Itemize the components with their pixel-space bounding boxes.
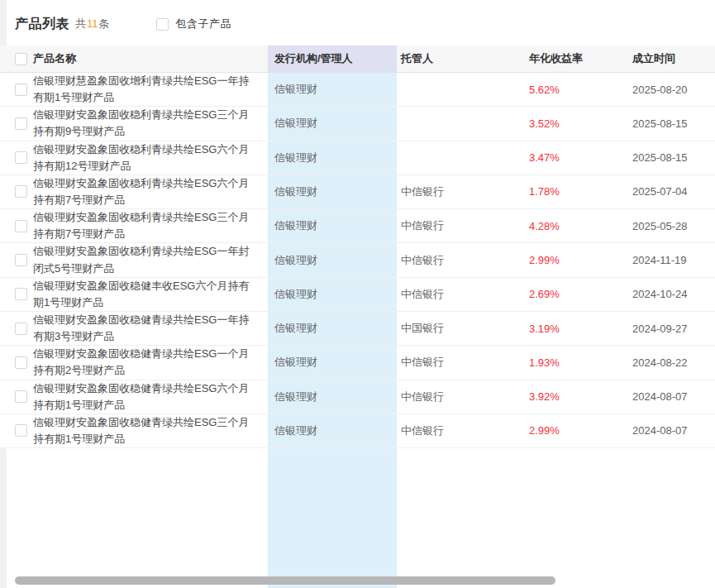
- row-checkbox[interactable]: [15, 185, 27, 198]
- table-row[interactable]: 信银理财安盈象固收稳利青绿共绘ESG三个月持有期7号理财产品 信银理财 中信银行…: [0, 209, 715, 243]
- product-name[interactable]: 信银理财安盈象固收稳健青绿共绘ESG一年持有期3号理财产品: [33, 312, 256, 345]
- count-prefix: 共: [75, 17, 86, 30]
- issuer-cell: 信银理财: [268, 209, 397, 242]
- established-date: 2025-08-20: [632, 84, 688, 96]
- custodian-cell: [397, 73, 519, 106]
- annualized-rate: 3.19%: [529, 323, 560, 335]
- annualized-rate: 3.47%: [529, 151, 560, 164]
- include-sub-checkbox[interactable]: [156, 18, 169, 31]
- product-list-page: 产品列表 共11条 包含子产品 产品名称 发行机构/管理人 托管人 年化收益率 …: [0, 0, 715, 588]
- row-check-cell: [15, 380, 33, 414]
- table-row[interactable]: 信银理财安盈象固收稳利青绿共绘ESG一年封闭式5号理财产品 信银理财 中信银行 …: [0, 243, 715, 277]
- row-checkbox[interactable]: [15, 288, 27, 300]
- product-name[interactable]: 信银理财安盈象固收稳利青绿共绘ESG三个月持有期9号理财产品: [33, 107, 256, 140]
- custodian-name: 中信银行: [401, 184, 444, 199]
- established-date: 2024-08-22: [632, 356, 688, 369]
- product-name[interactable]: 信银理财安盈象固收稳利青绿共绘ESG六个月持有期12号理财产品: [33, 141, 256, 174]
- issuer-cell: 信银理财: [268, 141, 397, 174]
- table-row[interactable]: 信银理财安盈象固收稳健丰收ESG六个月持有期1号理财产品 信银理财 中信银行 2…: [0, 278, 715, 312]
- horizontal-scrollbar-thumb[interactable]: [15, 576, 555, 585]
- row-checkbox[interactable]: [15, 151, 27, 164]
- product-name[interactable]: 信银理财安盈象固收稳健青绿共绘ESG三个月持有期1号理财产品: [33, 414, 256, 447]
- product-name[interactable]: 信银理财慧盈象固收增利青绿共绘ESG一年持有期1号理财产品: [33, 73, 256, 106]
- annualized-rate: 4.28%: [529, 220, 560, 232]
- table-row[interactable]: 信银理财安盈象固收稳健青绿共绘ESG一年持有期3号理财产品 信银理财 中国银行 …: [0, 312, 715, 346]
- custodian-cell: 中信银行: [397, 175, 519, 208]
- count-number: 11: [86, 17, 99, 30]
- row-check-cell: [15, 107, 33, 140]
- issuer-column-band: [268, 448, 397, 588]
- issuer-cell: 信银理财: [268, 73, 397, 106]
- table-row[interactable]: 信银理财安盈象固收稳利青绿共绘ESG六个月持有期7号理财产品 信银理财 中信银行…: [0, 175, 715, 209]
- table-row[interactable]: 信银理财安盈象固收稳健青绿共绘ESG六个月持有期1号理财产品 信银理财 中信银行…: [0, 380, 715, 414]
- product-name-cell: 信银理财安盈象固收稳利青绿共绘ESG一年封闭式5号理财产品: [33, 243, 268, 276]
- issuer-name: 信银理财: [274, 218, 317, 233]
- count-suffix: 条: [99, 17, 110, 30]
- rate-cell: 3.92%: [519, 380, 627, 414]
- select-all-checkbox[interactable]: [15, 53, 27, 65]
- product-name[interactable]: 信银理财安盈象固收稳利青绿共绘ESG六个月持有期7号理财产品: [33, 175, 256, 208]
- rate-cell: 2.99%: [519, 243, 627, 276]
- established-date: 2024-08-07: [632, 390, 688, 403]
- product-name-cell: 信银理财安盈象固收稳健丰收ESG六个月持有期1号理财产品: [33, 278, 268, 311]
- row-check-cell: [15, 209, 33, 242]
- row-checkbox[interactable]: [15, 84, 27, 96]
- issuer-name: 信银理财: [274, 253, 317, 268]
- row-checkbox[interactable]: [15, 117, 27, 130]
- annualized-rate: 2.69%: [529, 288, 560, 300]
- issuer-name: 信银理财: [274, 355, 317, 370]
- established-date: 2025-05-28: [632, 220, 688, 232]
- product-name[interactable]: 信银理财安盈象固收稳利青绿共绘ESG三个月持有期7号理财产品: [33, 209, 256, 242]
- issuer-name: 信银理财: [274, 184, 317, 199]
- row-check-cell: [15, 175, 33, 208]
- custodian-name: 中信银行: [401, 355, 444, 370]
- table-row[interactable]: 信银理财安盈象固收稳利青绿共绘ESG三个月持有期9号理财产品 信银理财 3.52…: [0, 107, 715, 141]
- row-checkbox[interactable]: [15, 254, 27, 266]
- product-name[interactable]: 信银理财安盈象固收稳健青绿共绘ESG六个月持有期1号理财产品: [33, 380, 256, 414]
- rate-cell: 2.99%: [519, 414, 627, 447]
- custodian-cell: 中国银行: [397, 312, 519, 345]
- date-cell: 2024-10-24: [627, 278, 715, 311]
- product-name-cell: 信银理财安盈象固收稳利青绿共绘ESG三个月持有期7号理财产品: [33, 209, 268, 242]
- row-check-cell: [15, 414, 33, 447]
- table-header-row: 产品名称 发行机构/管理人 托管人 年化收益率 成立时间: [0, 45, 715, 73]
- product-table: 产品名称 发行机构/管理人 托管人 年化收益率 成立时间 信银理财慧盈象固收增利…: [0, 45, 715, 588]
- date-cell: 2025-08-20: [627, 73, 715, 106]
- include-sub-products-toggle[interactable]: 包含子产品: [156, 17, 232, 31]
- col-header-issuer: 发行机构/管理人: [268, 45, 397, 72]
- row-checkbox[interactable]: [15, 220, 27, 232]
- table-row[interactable]: 信银理财慧盈象固收增利青绿共绘ESG一年持有期1号理财产品 信银理财 5.62%…: [0, 73, 715, 107]
- established-date: 2025-07-04: [632, 185, 688, 198]
- custodian-cell: 中信银行: [397, 380, 519, 414]
- col-header-annualized-rate: 年化收益率: [519, 51, 627, 66]
- issuer-name: 信银理财: [274, 287, 317, 302]
- date-cell: 2024-11-19: [627, 243, 715, 276]
- product-name[interactable]: 信银理财安盈象固收稳利青绿共绘ESG一年封闭式5号理财产品: [33, 243, 256, 276]
- col-header-custodian: 托管人: [397, 51, 519, 66]
- custodian-cell: [397, 107, 519, 140]
- row-check-cell: [15, 141, 33, 174]
- product-name[interactable]: 信银理财安盈象固收稳健丰收ESG六个月持有期1号理财产品: [33, 278, 256, 311]
- issuer-name: 信银理财: [274, 321, 317, 336]
- table-row[interactable]: 信银理财安盈象固收稳健青绿共绘ESG一个月持有期2号理财产品 信银理财 中信银行…: [0, 346, 715, 380]
- date-cell: 2025-08-15: [627, 107, 715, 140]
- established-date: 2025-08-15: [632, 117, 688, 130]
- header-check-cell: [15, 53, 33, 65]
- row-check-cell: [15, 243, 33, 276]
- row-checkbox[interactable]: [15, 356, 27, 369]
- table-row[interactable]: 信银理财安盈象固收稳利青绿共绘ESG六个月持有期12号理财产品 信银理财 3.4…: [0, 141, 715, 175]
- row-checkbox[interactable]: [15, 390, 27, 403]
- rate-cell: 1.78%: [519, 175, 627, 208]
- product-name-cell: 信银理财慧盈象固收增利青绿共绘ESG一年持有期1号理财产品: [33, 73, 268, 106]
- table-row[interactable]: 信银理财安盈象固收稳健青绿共绘ESG三个月持有期1号理财产品 信银理财 中信银行…: [0, 414, 715, 448]
- product-name-cell: 信银理财安盈象固收稳利青绿共绘ESG三个月持有期9号理财产品: [33, 107, 268, 140]
- issuer-cell: 信银理财: [268, 380, 397, 414]
- date-cell: 2025-07-04: [627, 175, 715, 208]
- rate-cell: 3.52%: [519, 107, 627, 140]
- custodian-name: 中国银行: [401, 321, 444, 336]
- row-checkbox[interactable]: [15, 323, 27, 335]
- row-checkbox[interactable]: [15, 424, 27, 437]
- date-cell: 2024-09-27: [627, 312, 715, 345]
- row-check-cell: [15, 346, 33, 379]
- product-name[interactable]: 信银理财安盈象固收稳健青绿共绘ESG一个月持有期2号理财产品: [33, 346, 256, 379]
